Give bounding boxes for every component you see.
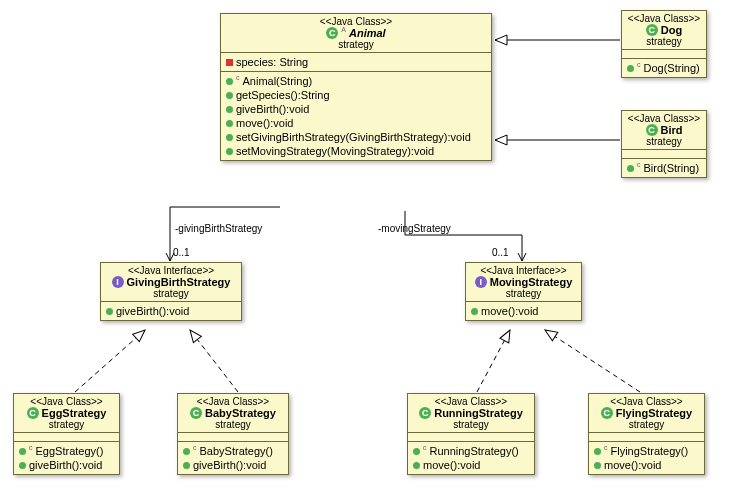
method: move():void: [226, 116, 486, 130]
class-egg[interactable]: <<Java Class>> CEggStrategy strategy cEg…: [13, 393, 120, 475]
method: giveBirth():void: [106, 304, 236, 318]
class-bird[interactable]: <<Java Class>> CBird strategy cBird(Stri…: [621, 110, 707, 178]
public-icon: [627, 65, 634, 72]
public-icon: [226, 106, 233, 113]
public-icon: [19, 462, 26, 469]
assoc-ms-mult: 0..1: [492, 247, 509, 258]
attr: species: String: [226, 55, 486, 69]
public-icon: [226, 148, 233, 155]
public-icon: [183, 448, 190, 455]
public-icon: [226, 78, 233, 85]
interface-icon: I: [475, 276, 487, 288]
private-icon: [226, 59, 233, 66]
method: cAnimal(String): [226, 74, 486, 88]
method: giveBirth():void: [19, 458, 114, 472]
public-icon: [226, 120, 233, 127]
class-icon: C: [326, 27, 338, 39]
method: move():void: [413, 458, 529, 472]
public-icon: [627, 165, 634, 172]
interface-gbs[interactable]: <<Java Interface>> IGivingBirthStrategy …: [100, 262, 242, 321]
public-icon: [471, 308, 478, 315]
method: giveBirth():void: [183, 458, 283, 472]
assoc-gbs-role: -givingBirthStrategy: [175, 223, 262, 234]
method: move():void: [471, 304, 576, 318]
method: getSpecies():String: [226, 88, 486, 102]
public-icon: [413, 462, 420, 469]
stereotype: <<Java Class>>: [226, 16, 486, 27]
class-icon: C: [190, 407, 202, 419]
class-icon: C: [419, 407, 431, 419]
public-icon: [226, 92, 233, 99]
class-running[interactable]: <<Java Class>> CRunningStrategy strategy…: [407, 393, 535, 475]
method: cRunningStrategy(): [413, 444, 529, 458]
method: setGivingBirthStrategy(GivingBirthStrate…: [226, 130, 486, 144]
method: cFlyingStrategy(): [594, 444, 699, 458]
package-label: strategy: [226, 39, 486, 50]
class-flying[interactable]: <<Java Class>> CFlyingStrategy strategy …: [588, 393, 705, 475]
public-icon: [226, 134, 233, 141]
public-icon: [594, 462, 601, 469]
class-dog[interactable]: <<Java Class>> CDog strategy cDog(String…: [621, 10, 707, 78]
class-icon: C: [27, 407, 39, 419]
public-icon: [106, 308, 113, 315]
public-icon: [19, 448, 26, 455]
interface-icon: I: [112, 276, 124, 288]
method: cDog(String): [627, 61, 701, 75]
class-name: Animal: [349, 27, 386, 39]
public-icon: [594, 448, 601, 455]
method: cBird(String): [627, 161, 701, 175]
method: cEggStrategy(): [19, 444, 114, 458]
public-icon: [413, 448, 420, 455]
method: giveBirth():void: [226, 102, 486, 116]
class-icon: C: [646, 24, 658, 36]
method: move():void: [594, 458, 699, 472]
class-baby[interactable]: <<Java Class>> CBabyStrategy strategy cB…: [177, 393, 289, 475]
method: setMovingStrategy(MovingStrategy):void: [226, 144, 486, 158]
public-icon: [183, 462, 190, 469]
class-icon: C: [601, 407, 613, 419]
class-animal[interactable]: <<Java Class>> CAAnimal strategy species…: [220, 13, 492, 161]
method: cBabyStrategy(): [183, 444, 283, 458]
interface-ms[interactable]: <<Java Interface>> IMovingStrategy strat…: [465, 262, 582, 321]
assoc-gbs-mult: 0..1: [173, 247, 190, 258]
class-icon: C: [646, 124, 658, 136]
assoc-ms-role: -movingStrategy: [378, 223, 451, 234]
